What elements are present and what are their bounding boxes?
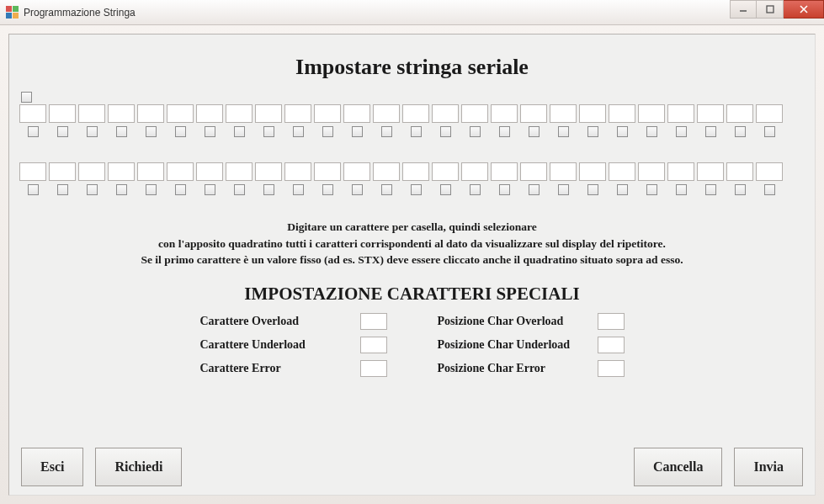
esci-button[interactable]: Esci — [21, 448, 83, 486]
maximize-button[interactable] — [757, 0, 784, 19]
char-select-checkbox[interactable] — [764, 184, 775, 195]
char-select-checkbox[interactable] — [764, 126, 775, 137]
char-select-checkbox[interactable] — [293, 126, 304, 137]
char-select-checkbox[interactable] — [440, 184, 451, 195]
char-select-checkbox[interactable] — [558, 126, 569, 137]
char-input[interactable] — [255, 162, 282, 181]
char-input[interactable] — [78, 162, 105, 181]
char-input[interactable] — [638, 104, 665, 123]
minimize-button[interactable] — [730, 0, 757, 19]
special-char-input[interactable] — [360, 360, 387, 377]
char-input[interactable] — [167, 104, 194, 123]
char-select-checkbox[interactable] — [146, 184, 157, 195]
char-input[interactable] — [638, 162, 665, 181]
char-input[interactable] — [520, 162, 547, 181]
char-select-checkbox[interactable] — [146, 126, 157, 137]
char-input[interactable] — [196, 162, 223, 181]
char-input[interactable] — [609, 162, 635, 181]
char-select-checkbox[interactable] — [381, 126, 392, 137]
char-select-checkbox[interactable] — [352, 184, 363, 195]
char-select-checkbox[interactable] — [175, 184, 186, 195]
char-select-checkbox[interactable] — [175, 126, 186, 137]
char-input[interactable] — [491, 104, 518, 123]
char-input[interactable] — [49, 162, 76, 181]
char-select-checkbox[interactable] — [529, 184, 540, 195]
char-input[interactable] — [226, 104, 253, 123]
char-select-checkbox[interactable] — [676, 184, 687, 195]
char-select-checkbox[interactable] — [705, 184, 716, 195]
char-input[interactable] — [226, 162, 253, 181]
char-input[interactable] — [667, 104, 694, 123]
char-input[interactable] — [579, 104, 606, 123]
char-select-checkbox[interactable] — [735, 126, 746, 137]
special-char-input[interactable] — [360, 313, 387, 330]
char-select-checkbox[interactable] — [705, 126, 716, 137]
char-input[interactable] — [137, 104, 164, 123]
char-select-checkbox[interactable] — [116, 126, 127, 137]
char-select-checkbox[interactable] — [205, 184, 215, 195]
char-select-checkbox[interactable] — [381, 184, 392, 195]
char-input[interactable] — [726, 162, 753, 181]
special-char-input[interactable] — [598, 313, 625, 330]
char-input[interactable] — [49, 104, 76, 123]
richiedi-button[interactable]: Richiedi — [95, 448, 182, 486]
char-select-checkbox[interactable] — [57, 184, 68, 195]
char-input[interactable] — [756, 162, 783, 181]
char-input[interactable] — [167, 162, 194, 181]
char-input[interactable] — [402, 104, 429, 123]
char-select-checkbox[interactable] — [234, 184, 245, 195]
char-select-checkbox[interactable] — [735, 184, 746, 195]
char-input[interactable] — [667, 162, 694, 181]
char-select-checkbox[interactable] — [470, 126, 481, 137]
special-char-input[interactable] — [598, 360, 625, 377]
char-select-checkbox[interactable] — [499, 184, 510, 195]
char-input[interactable] — [520, 104, 547, 123]
char-select-checkbox[interactable] — [529, 126, 540, 137]
cancella-button[interactable]: Cancella — [634, 448, 723, 486]
char-input[interactable] — [19, 162, 46, 181]
char-input[interactable] — [314, 104, 341, 123]
char-input[interactable] — [461, 162, 488, 181]
char-select-checkbox[interactable] — [411, 184, 422, 195]
char-select-checkbox[interactable] — [499, 126, 510, 137]
stx-checkbox[interactable] — [21, 92, 32, 103]
char-input[interactable] — [491, 162, 518, 181]
char-input[interactable] — [697, 162, 724, 181]
char-input[interactable] — [550, 104, 577, 123]
char-input[interactable] — [314, 162, 341, 181]
char-select-checkbox[interactable] — [646, 126, 657, 137]
char-select-checkbox[interactable] — [293, 184, 304, 195]
char-select-checkbox[interactable] — [470, 184, 481, 195]
char-input[interactable] — [196, 104, 223, 123]
char-select-checkbox[interactable] — [322, 126, 333, 137]
char-select-checkbox[interactable] — [617, 184, 628, 195]
char-input[interactable] — [108, 162, 135, 181]
char-select-checkbox[interactable] — [87, 126, 98, 137]
char-select-checkbox[interactable] — [587, 126, 598, 137]
char-select-checkbox[interactable] — [263, 184, 274, 195]
char-select-checkbox[interactable] — [87, 184, 98, 195]
char-select-checkbox[interactable] — [28, 184, 39, 195]
char-select-checkbox[interactable] — [587, 184, 598, 195]
char-input[interactable] — [373, 162, 400, 181]
char-input[interactable] — [255, 104, 282, 123]
char-input[interactable] — [108, 104, 135, 123]
char-input[interactable] — [78, 104, 105, 123]
char-select-checkbox[interactable] — [440, 126, 451, 137]
char-input[interactable] — [432, 104, 459, 123]
char-select-checkbox[interactable] — [234, 126, 245, 137]
char-select-checkbox[interactable] — [617, 126, 628, 137]
char-select-checkbox[interactable] — [116, 184, 127, 195]
char-input[interactable] — [609, 104, 635, 123]
char-input[interactable] — [550, 162, 577, 181]
char-input[interactable] — [19, 104, 46, 123]
special-char-input[interactable] — [360, 337, 387, 353]
char-select-checkbox[interactable] — [411, 126, 422, 137]
char-input[interactable] — [756, 104, 783, 123]
char-input[interactable] — [284, 104, 311, 123]
char-select-checkbox[interactable] — [558, 184, 569, 195]
char-select-checkbox[interactable] — [57, 126, 68, 137]
char-input[interactable] — [461, 104, 488, 123]
char-input[interactable] — [402, 162, 429, 181]
char-select-checkbox[interactable] — [676, 126, 687, 137]
